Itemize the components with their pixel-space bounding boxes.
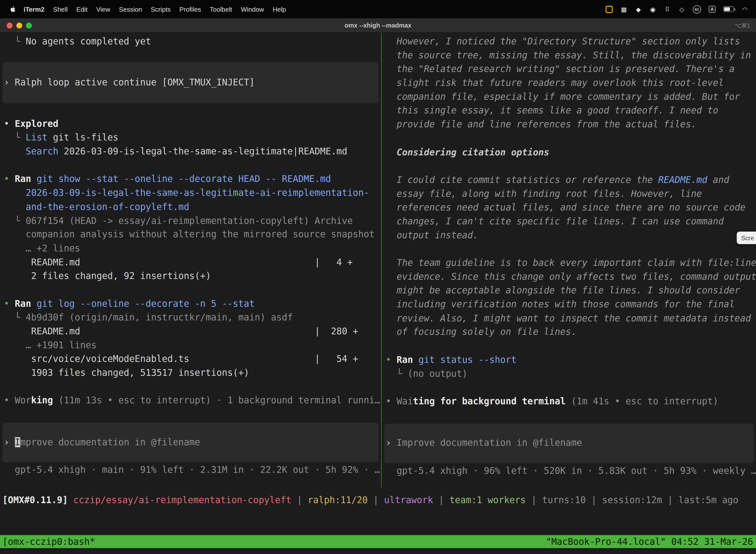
text-segment: I could cite commit statistics or refere… xyxy=(386,174,658,185)
reasoning-text: the source tree, missing the essay. Stil… xyxy=(382,49,756,63)
reasoning-text: of focusing solely on file lines. xyxy=(382,325,756,339)
apple-menu-icon[interactable] xyxy=(10,5,16,13)
more-lines-note: … +1901 lines xyxy=(0,339,381,352)
ran-git-status-line: • Ran git status --short xyxy=(382,353,756,367)
window-title-bar[interactable]: omx --xhigh --madmax ⌥⌘1 xyxy=(0,18,756,33)
window-title: omx --xhigh --madmax xyxy=(0,21,756,29)
keyboard-icon[interactable]: ▦ xyxy=(621,5,627,13)
reasoning-text: this single essay, it seems like a good … xyxy=(382,104,756,118)
tool-segment: List xyxy=(25,132,47,143)
explored-line: • Explored xyxy=(0,117,381,131)
shimmer-bright: king xyxy=(31,395,53,405)
reasoning-text: provide file and line references from th… xyxy=(382,118,756,132)
bullet-glyph: • xyxy=(4,174,15,184)
prompt-input[interactable]: › Improve documentation in @filename xyxy=(384,424,754,463)
tmux-host-clock: "MacBook-Pro-44.local" 04:52 31-Mar-26 xyxy=(546,535,756,548)
command-output: └ (no output) xyxy=(382,367,756,381)
right-terminal-pane[interactable]: However, I noticed the "Directory Struct… xyxy=(382,33,756,487)
screen: iTerm2 Shell Edit View Session Scripts P… xyxy=(0,0,756,554)
team-workers: team:1 workers xyxy=(449,495,526,505)
wifi-icon[interactable]: ◠ xyxy=(742,5,748,13)
text-segment: 2026-03-09-is-legal-the-same-as-legitima… xyxy=(58,146,347,156)
omx-status-line: [OMX#0.11.9] cczip/essay/ai-reimplementa… xyxy=(0,494,756,508)
ultrawork-badge: ultrawork xyxy=(384,495,433,505)
tree-glyph: └ xyxy=(4,36,26,46)
shimmer-dim: Wai xyxy=(397,396,413,406)
command-output: └ 067f154 (HEAD -> essay/ai-reimplementa… xyxy=(0,214,381,228)
prompt-line: › Improve documentation in @filename xyxy=(2,436,200,449)
text-segment: git ls-files xyxy=(47,132,118,143)
menu-bar: iTerm2 Shell Edit View Session Scripts P… xyxy=(0,0,756,18)
model-status-bar: gpt-5.4 xhigh · main · 91% left · 2.31M … xyxy=(0,463,381,477)
label-segment: Ran xyxy=(15,174,37,184)
menu-item-profiles[interactable]: Profiles xyxy=(175,5,205,13)
menu-item-window[interactable]: Window xyxy=(236,5,268,13)
diffstat-summary: 1903 files changed, 513517 insertions(+) xyxy=(0,366,381,380)
key-icon[interactable]: ◇ xyxy=(678,5,685,13)
raycast-icon[interactable]: ⠿ xyxy=(664,5,671,13)
explored-search-line: Search 2026-03-09-is-legal-the-same-as-l… xyxy=(0,145,381,159)
tmux-status-bar: [omx-cczip0:bash* "MacBook-Pro-44.local"… xyxy=(0,535,756,548)
prompt-input[interactable]: › Improve documentation in @filename xyxy=(2,423,378,462)
battery-icon[interactable] xyxy=(723,6,734,12)
tool-segment: Search xyxy=(25,146,58,156)
command-continuation: 2026-03-09-is-legal-the-same-as-legitima… xyxy=(0,186,381,200)
reasoning-heading: Considering citation options xyxy=(382,146,756,159)
reasoning-text: review. Also, I might want to inspect th… xyxy=(382,312,756,325)
menu-item-help[interactable]: Help xyxy=(268,5,291,13)
ralph-loop-banner: › Ralph loop active continue [OMX_TMUX_I… xyxy=(2,62,378,103)
diffstat-summary: 2 files changed, 92 insertions(+) xyxy=(0,269,381,283)
branch-path: cczip/essay/ai-reimplementation-copyleft xyxy=(73,495,291,505)
prompt-line: › Improve documentation in @filename xyxy=(384,436,582,450)
reasoning-text: including verification notes with those … xyxy=(382,297,756,312)
menu-item-edit[interactable]: Edit xyxy=(72,5,92,13)
bullet-glyph: • xyxy=(4,298,15,309)
text-cursor: I xyxy=(15,437,20,447)
input-source-icon[interactable]: A xyxy=(709,6,715,12)
menu-item-iterm2[interactable]: iTerm2 xyxy=(19,5,49,13)
terminal-area: └ No agents completed yet › Ralph loop a… xyxy=(0,33,756,487)
minimize-window-button[interactable] xyxy=(16,22,22,28)
menu-item-shell[interactable]: Shell xyxy=(49,5,72,13)
diffstat-line: src/voice/voiceModeEnabled.ts | 54 + xyxy=(0,352,381,366)
bullet-glyph: • xyxy=(386,396,397,406)
screen-share-notification[interactable]: Scre xyxy=(737,232,756,244)
prompt-chevron: › xyxy=(4,437,15,447)
shimmer-bright: ting for background terminal xyxy=(413,396,566,406)
left-terminal-pane[interactable]: └ No agents completed yet › Ralph loop a… xyxy=(0,33,381,487)
app-status-icon[interactable]: ◆ xyxy=(635,5,642,13)
reasoning-text: evidence. Since this change only affects… xyxy=(382,270,756,284)
ralph-loop-line: › Ralph loop active continue [OMX_TMUX_I… xyxy=(2,76,255,90)
model-status-bar: gpt-5.4 xhigh · 96% left · 520K in · 5.8… xyxy=(382,464,756,478)
reasoning-text: The team guideline is to back every impo… xyxy=(382,256,756,270)
shimmer-dim: Wor xyxy=(15,395,31,405)
command-segment: git show --stat --oneline --decorate HEA… xyxy=(37,174,331,184)
app-circle-icon[interactable]: ◉ xyxy=(649,5,656,13)
menu-item-toolbelt[interactable]: Toolbelt xyxy=(205,5,236,13)
reasoning-text: slight risk that future readers may over… xyxy=(382,76,756,90)
zoom-window-button[interactable] xyxy=(26,22,32,28)
menu-item-scripts[interactable]: Scripts xyxy=(146,5,175,13)
bullet-glyph: • xyxy=(386,354,397,365)
menu-bar-status-icons: ▦ ◆ ◉ ⠿ ◇ 61 A ◠ xyxy=(606,5,748,13)
battery-gauge-icon[interactable]: 61 xyxy=(693,5,701,13)
omx-version: [OMX#0.11.9] xyxy=(2,495,73,505)
window-shortcut: ⌥⌘1 xyxy=(735,22,750,29)
ran-git-show-line: • Ran git show --stat --oneline --decora… xyxy=(0,172,381,186)
session-metrics: | turns:10 | session:12m | last:5m ago xyxy=(526,495,738,505)
bullet-glyph: • xyxy=(4,395,15,405)
menu-item-view[interactable]: View xyxy=(92,5,114,13)
waiting-status-line: • Waiting for background terminal (1m 41… xyxy=(382,395,756,408)
separator: | xyxy=(368,495,384,505)
screen-recording-icon[interactable] xyxy=(606,5,613,13)
reasoning-text: I could cite commit statistics or refere… xyxy=(382,173,756,187)
reasoning-text: companion file, especially if more comme… xyxy=(382,90,756,104)
tree-glyph: └ xyxy=(4,132,26,143)
close-window-button[interactable] xyxy=(7,22,12,28)
reasoning-text: essay file, along with finding root file… xyxy=(382,187,756,201)
prompt-text: mprove documentation in @filename xyxy=(20,437,200,447)
text-segment: No agents completed yet xyxy=(25,36,151,46)
reasoning-text: references need actual files, and since … xyxy=(382,201,756,215)
menu-item-session[interactable]: Session xyxy=(115,5,146,13)
text-segment: and xyxy=(707,174,729,185)
